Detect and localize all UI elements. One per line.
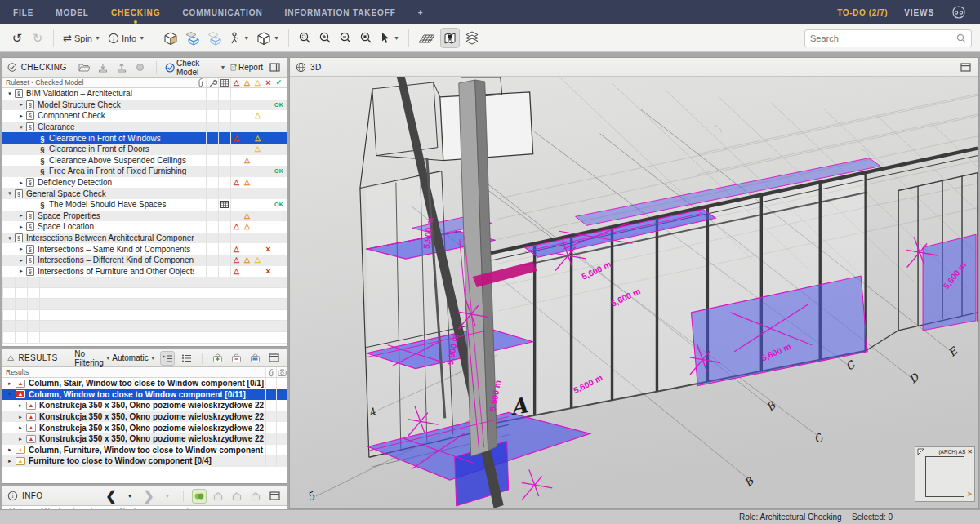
ruleset-row[interactable]: ▼§BIM Validation – Architectural — [2, 88, 287, 100]
result-row[interactable]: ►▲Column, Stair, Window too close to Win… — [2, 378, 287, 389]
fix-cell — [206, 255, 218, 266]
mode-dropdown[interactable]: Automatic ▼ — [114, 351, 153, 366]
expander-icon[interactable]: ▼ — [5, 191, 15, 196]
rule-row[interactable]: §Clearance Above Suspended Ceilings△ — [2, 155, 287, 167]
report-button[interactable]: Report — [230, 60, 264, 75]
ruleset-row[interactable]: ►§Space Properties△ — [2, 211, 287, 222]
expander-icon[interactable]: ▼ — [5, 91, 15, 96]
rule-row[interactable]: §The Model Should Have SpacesOK — [2, 199, 287, 211]
ruleset-row[interactable]: ►§Intersections – Same Kind of Component… — [2, 243, 287, 255]
ruleset-row[interactable]: ▼§Clearance — [2, 122, 287, 133]
expander-icon[interactable]: ► — [16, 269, 26, 273]
prev-dropdown[interactable]: ▼ — [122, 489, 137, 504]
result-row[interactable]: ▼▲Column, Window too close to Window com… — [2, 389, 287, 401]
basket-button-3[interactable] — [248, 489, 263, 504]
expander-icon[interactable]: ► — [5, 447, 15, 452]
info-tool-button[interactable]: i Info ▼ — [105, 28, 147, 48]
expander-icon[interactable]: ► — [16, 180, 26, 185]
checking-panel-layout-button[interactable] — [267, 60, 282, 75]
fill-basket-button[interactable] — [248, 351, 263, 366]
ruleset-row[interactable]: ►§Intersections of Furniture and Other O… — [2, 266, 287, 278]
menu-item-model[interactable]: MODEL — [56, 8, 89, 17]
view-cube-button[interactable]: ▼ — [254, 28, 282, 48]
list-view-button[interactable] — [179, 351, 194, 366]
expander-icon[interactable]: ► — [16, 425, 25, 430]
filter-dropdown[interactable]: No Filtering ▼ — [75, 351, 109, 366]
views-menu[interactable]: VIEWS — [904, 8, 934, 17]
expander-icon[interactable]: ► — [16, 403, 25, 408]
expander-icon[interactable]: ► — [16, 246, 26, 251]
accept-result-button[interactable] — [211, 351, 225, 366]
next-item-button[interactable]: ❯ — [141, 489, 156, 504]
menu-item-file[interactable]: FILE — [13, 8, 33, 17]
redo-button[interactable]: ↻ — [29, 28, 47, 48]
ruleset-row[interactable]: ►§Intersections – Different Kind of Comp… — [2, 255, 287, 266]
result-row[interactable]: ►▲Konstrukcja 350 x 350, Okno poziome wi… — [2, 422, 287, 433]
check-model-button[interactable]: Check Model ▼ — [165, 60, 226, 75]
export-ruleset-button[interactable] — [114, 60, 129, 75]
menu-item-information-takeoff[interactable]: INFORMATION TAKEOFF — [285, 8, 396, 17]
reject-result-button[interactable] — [229, 351, 244, 366]
menu-item-[interactable]: + — [418, 8, 424, 17]
expander-icon[interactable]: ► — [16, 437, 25, 442]
rule-row[interactable]: §Clearance in Front of Windows△△ — [2, 132, 287, 144]
spin-tool-button[interactable]: ⇄ Spin ▼ — [60, 28, 103, 48]
section-minimap[interactable]: (ARCH) AS ✕ ➤ — [915, 446, 975, 502]
menu-item-checking[interactable]: CHECKING — [111, 8, 161, 17]
expander-icon[interactable]: ► — [5, 381, 15, 386]
result-row[interactable]: ►▲Konstrukcja 350 x 350, Okno poziome wi… — [2, 400, 287, 411]
ruleset-row[interactable]: ▼§General Space Check — [2, 188, 287, 199]
open-ruleset-button[interactable] — [77, 60, 91, 75]
undo-button[interactable]: ↺ — [8, 28, 26, 48]
menu-item-communication[interactable]: COMMUNICATION — [182, 8, 262, 17]
expander-icon[interactable]: ► — [16, 113, 26, 118]
zoom-select-button[interactable] — [296, 28, 314, 48]
import-ruleset-button[interactable] — [96, 60, 110, 75]
result-row[interactable]: ►▲Column, Furniture, Window too close to… — [2, 445, 287, 456]
basket-button-1[interactable] — [211, 489, 225, 504]
show-all-cube-button[interactable] — [161, 28, 180, 48]
results-panel-layout-button[interactable] — [267, 351, 282, 366]
search-input[interactable] — [810, 33, 953, 43]
zoom-fit-button[interactable] — [357, 28, 375, 48]
zoom-in-button[interactable] — [316, 28, 334, 48]
ruleset-row[interactable]: ►§Component Check△ — [2, 110, 287, 122]
result-row[interactable]: ►▲Furniture too close to Window componen… — [2, 455, 287, 467]
expander-icon[interactable]: ▼ — [5, 392, 15, 397]
todo-counter[interactable]: TO-DO (2/7) — [837, 8, 888, 17]
expander-icon[interactable]: ► — [16, 415, 25, 420]
basket-button-2[interactable] — [229, 489, 244, 504]
model-3d-scene[interactable]: 5,900 m5,900 m5,900 m5,600 m5,600 m5,600… — [290, 77, 978, 508]
expander-icon[interactable]: ► — [16, 224, 26, 229]
rule-row[interactable]: §Clearance in Front of Doors△ — [2, 144, 287, 155]
section-plane-button[interactable] — [416, 28, 438, 48]
ruleset-row[interactable]: ►§Model Structure CheckOK — [2, 100, 287, 111]
pointer-tool-button[interactable]: ▼ — [377, 28, 402, 48]
ruleset-row[interactable]: ►§Deficiency Detection△△ — [2, 177, 287, 189]
zoom-out-button[interactable] — [336, 28, 354, 48]
hide-cube-button[interactable] — [183, 28, 203, 48]
next-dropdown[interactable]: ▼ — [160, 489, 175, 504]
viewport-layout-button[interactable] — [958, 60, 973, 74]
expander-icon[interactable]: ► — [16, 213, 26, 218]
transparent-cube-button[interactable] — [205, 28, 225, 48]
rule-row[interactable]: §Free Area in Front of Fixed FurnishingO… — [2, 166, 287, 177]
highlight-components-button[interactable] — [192, 489, 207, 504]
expander-icon[interactable]: ▼ — [16, 125, 26, 130]
expander-icon[interactable]: ► — [16, 102, 26, 107]
floor-plan-map-button[interactable] — [440, 28, 460, 48]
walk-mode-button[interactable]: ▼ — [227, 28, 252, 48]
record-button[interactable] — [133, 60, 148, 75]
close-icon[interactable]: ✕ — [967, 449, 973, 455]
layers-button[interactable] — [462, 28, 482, 48]
ruleset-row[interactable]: ▼§Intersections Between Architectural Co… — [2, 233, 287, 244]
expander-icon[interactable]: ► — [5, 459, 15, 464]
ruleset-row[interactable]: ►§Space Location△△ — [2, 221, 287, 233]
info-panel-layout-button[interactable] — [267, 489, 282, 504]
result-row[interactable]: ►▲Konstrukcja 350 x 350, Okno poziome wi… — [2, 411, 287, 423]
expander-icon[interactable]: ▼ — [5, 236, 15, 241]
expander-icon[interactable]: ► — [16, 258, 26, 263]
result-row[interactable]: ►▲Konstrukcja 350 x 350, Okno poziome wi… — [2, 433, 287, 445]
prev-item-button[interactable]: ❮ — [104, 489, 118, 504]
tree-view-button[interactable] — [160, 351, 175, 366]
